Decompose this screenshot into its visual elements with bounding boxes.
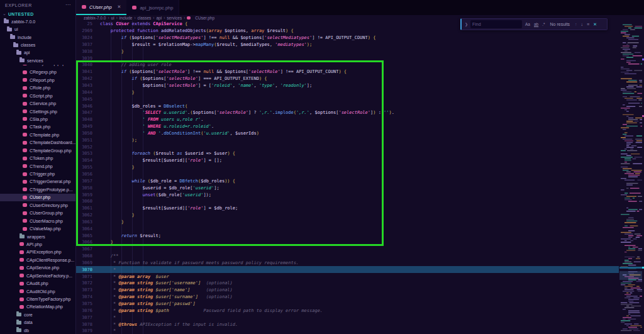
tree-item-file[interactable]: CValueMap.php (0, 225, 75, 232)
tree-item-label: CTemplate.php (30, 133, 59, 137)
php-file-icon (23, 125, 27, 129)
tree-item-label: classes (21, 43, 35, 47)
tree-item-label: CTrend.php (30, 164, 53, 169)
breadcrumb-item[interactable]: include (119, 16, 133, 20)
code-line: 3063 } (76, 218, 619, 225)
close-icon[interactable]: ✕ (592, 22, 597, 27)
tree-item-file[interactable]: CRelationMap.php (0, 303, 75, 311)
code-line: 3052 (76, 143, 619, 150)
tree-item-label: api (24, 50, 30, 55)
tree-item-folder[interactable]: data (0, 319, 75, 326)
tab-api_jsonrpc.php[interactable]: api_jsonrpc.php (126, 0, 179, 15)
tree-item-file[interactable]: CApiServiceFactory.p... (0, 272, 75, 279)
tree-item-file[interactable]: CTemplateDashboard... (0, 139, 75, 147)
tree-item-file[interactable]: CTemplateGroup.php (0, 147, 75, 154)
find-in-selection-icon[interactable]: ≡ (586, 22, 590, 26)
php-file-icon (23, 157, 27, 160)
workspace-section[interactable]: ⌄ UNTESTED (0, 10, 75, 18)
tree-item-file[interactable]: CTrigger.php (0, 170, 75, 177)
tree-item-file[interactable]: CScript.php (0, 92, 75, 99)
tree-item-file[interactable]: CTrend.php (0, 162, 75, 170)
tree-item-folder[interactable]: ui (0, 25, 75, 33)
minimap[interactable] (619, 21, 642, 334)
line-number: 3059 (76, 192, 92, 198)
tree-item-file[interactable]: CApiService.php (0, 264, 75, 272)
breadcrumb-file[interactable]: CUser.php (195, 16, 214, 20)
find-widget: ❯ Aa ab .* No results ↑ ↓ ≡ ✕ (460, 18, 608, 30)
code-editor[interactable]: 25class CUser extends CApiService {2969 … (76, 21, 644, 334)
code-text: * (100, 315, 116, 320)
tree-item-file[interactable]: CRegexp.php (0, 69, 75, 76)
php-file-icon (132, 6, 136, 9)
code-line: 3044 } (76, 89, 619, 96)
tree-item-file[interactable]: CUser.php (0, 194, 75, 201)
tree-item-label: CTrigger.php (30, 172, 55, 176)
code-line: 3079 * (76, 328, 619, 334)
code-line: 3037 $result = $relationMap->mapMany($re… (76, 42, 619, 48)
tree-item-file[interactable]: CUserGroup.php (0, 209, 75, 217)
code-text: $result[$userid]['role'] = []; (100, 158, 222, 163)
line-number: 3040 (76, 62, 92, 67)
tree-item-file[interactable]: CAudit.php (0, 279, 75, 287)
breadcrumb-item[interactable]: services (167, 16, 182, 20)
find-next-icon[interactable]: ↓ (580, 22, 584, 26)
tree-item-file[interactable]: CTriggerPrototype.p... (0, 186, 75, 193)
tree-item-file[interactable]: CApiClientResponse.p... (0, 256, 75, 264)
tree-item-file[interactable]: CTriggerGeneral.php (0, 178, 75, 186)
tree-item-file[interactable]: CAuditOld.php (0, 287, 75, 295)
regex-icon[interactable]: .* (541, 22, 545, 26)
tree-item-folder[interactable]: core (0, 311, 75, 318)
tree-item-folder[interactable]: api (0, 49, 75, 57)
code-text: } (100, 240, 113, 245)
close-icon[interactable]: ✕ (118, 4, 121, 9)
code-text: ' AND '.dbConditionInt('u.userid', $user… (100, 131, 259, 136)
tree-item-folder[interactable]: classes (0, 41, 75, 48)
tree-item-file[interactable]: CUserDirectory.php (0, 201, 75, 209)
line-number: 3043 (76, 83, 92, 88)
code-line: 3054 $result[$userid]['role'] = []; (76, 157, 619, 164)
explorer-actions-icon[interactable]: ⋯ (65, 3, 70, 7)
tree-item-file[interactable]: CUserMacro.php (0, 217, 75, 225)
tree-item-folder[interactable]: zabbix-7.0.0 (0, 18, 75, 25)
tree-item-folder[interactable]: wrappers (0, 233, 75, 240)
tree-item-file[interactable]: CToken.php (0, 154, 75, 162)
tree-item-label: services (27, 58, 43, 63)
php-file-icon (19, 242, 24, 246)
breadcrumb-item[interactable]: ui (111, 16, 114, 20)
tree-item-folder[interactable]: db (0, 326, 75, 334)
find-expand-chevron-icon[interactable]: ❯ (465, 22, 468, 26)
code-text: } (100, 90, 135, 95)
tree-item-label: CApiService.php (26, 265, 59, 270)
whole-word-icon[interactable]: ab (533, 22, 539, 26)
tree-item-file[interactable]: CTemplate.php (0, 131, 75, 138)
tree-item-file[interactable]: CReport.php (0, 76, 75, 84)
file-tree: zabbix-7.0.0uiincludeclassesapiservicesC… (0, 18, 75, 334)
tree-item-file[interactable]: APIException.php (0, 248, 75, 256)
tree-item-file[interactable]: CRole.php (0, 84, 75, 92)
find-input[interactable] (470, 20, 522, 28)
breadcrumb-item[interactable]: api (156, 16, 162, 20)
tree-item-file[interactable]: CTask.php (0, 123, 75, 131)
php-file-icon (187, 16, 191, 19)
find-previous-icon[interactable]: ↑ (574, 22, 578, 26)
tree-item-file[interactable]: CSla.php (0, 115, 75, 123)
tree-item-file[interactable]: CService.php (0, 99, 75, 107)
tree-item-folder[interactable]: services (0, 57, 75, 64)
explorer-sidebar: EXPLORER ⋯ ⌄ UNTESTED zabbix-7.0.0uiincl… (0, 0, 76, 334)
breadcrumb-item[interactable]: classes (138, 16, 152, 20)
tree-item-label: CUserMacro.php (30, 219, 63, 223)
explorer-title: EXPLORER (5, 3, 32, 8)
breadcrumb-item[interactable]: zabbix-7.0.0 (84, 16, 106, 20)
code-text: return $result; (100, 233, 161, 238)
line-number: 3038 (76, 49, 92, 54)
tree-item-file[interactable]: API.php (0, 240, 75, 248)
match-case-icon[interactable]: Aa (525, 22, 531, 26)
line-number: 3061 (76, 206, 92, 211)
folder-icon (16, 328, 21, 332)
tree-item-file[interactable]: CSettings.php (0, 108, 75, 115)
tree-item-folder[interactable]: include (0, 33, 75, 41)
code-line: 3042 if ($options['selectRole'] === API_… (76, 75, 619, 82)
tree-item-label: CReport.php (30, 78, 55, 82)
tree-item-file[interactable]: CItemTypeFactory.php (0, 295, 75, 303)
tab-CUser.php[interactable]: CUser.php✕ (76, 0, 126, 15)
